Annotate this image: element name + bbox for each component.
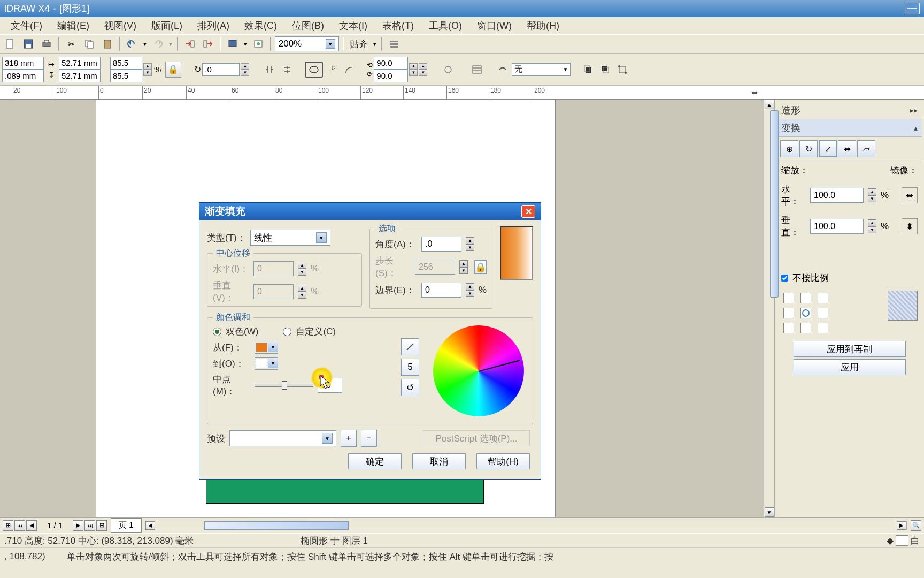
cut-button[interactable]: ✂ bbox=[63, 36, 79, 52]
convert-button[interactable] bbox=[614, 62, 630, 78]
mirror-v-button[interactable] bbox=[279, 62, 295, 78]
cancel-button[interactable]: 取消 bbox=[412, 453, 466, 469]
menu-layout[interactable]: 版面(L) bbox=[144, 17, 190, 34]
redo-dropdown-icon[interactable]: ▼ bbox=[168, 41, 173, 47]
help-button[interactable]: 帮助(H) bbox=[476, 453, 530, 469]
arc-button[interactable] bbox=[341, 62, 357, 78]
color-wheel[interactable] bbox=[433, 325, 524, 416]
minimize-button[interactable]: — bbox=[905, 3, 920, 14]
next-page-button[interactable]: ⏭ bbox=[84, 520, 95, 531]
width-input[interactable]: 52.71 mm bbox=[59, 57, 101, 70]
prev-button[interactable]: ◀ bbox=[26, 520, 37, 531]
end-angle-input[interactable]: 90.0 bbox=[374, 70, 408, 82]
save-button[interactable] bbox=[20, 36, 36, 52]
custom-radio[interactable] bbox=[283, 328, 291, 336]
menu-window[interactable]: 窗口(W) bbox=[469, 17, 519, 34]
size-tab[interactable]: ⬌ bbox=[838, 140, 856, 157]
edge-input[interactable] bbox=[421, 283, 461, 298]
menu-bitmap[interactable]: 位图(B) bbox=[284, 17, 332, 34]
arrow-right-icon[interactable]: ▶ bbox=[897, 521, 906, 530]
snap-label[interactable]: 贴齐 bbox=[348, 38, 370, 50]
rotation-input[interactable]: .0 bbox=[202, 63, 240, 76]
scale-tab[interactable]: ⤢ bbox=[819, 140, 837, 157]
ok-button[interactable]: 确定 bbox=[348, 453, 402, 469]
add-page-button[interactable]: ⊞ bbox=[96, 520, 107, 531]
expand-icon[interactable]: ▸▸ bbox=[910, 106, 918, 115]
pie-button[interactable] bbox=[324, 62, 340, 78]
direction-button[interactable] bbox=[440, 62, 456, 78]
height-input[interactable]: 52.71 mm bbox=[59, 70, 101, 82]
scale-y-input[interactable]: 85.5 bbox=[110, 70, 142, 82]
welcome-button[interactable] bbox=[250, 36, 266, 52]
wrap-text-button[interactable] bbox=[469, 62, 485, 78]
mirror-h-button[interactable] bbox=[262, 62, 278, 78]
outline-combo[interactable]: 无▼ bbox=[512, 63, 571, 76]
rotate-tab[interactable]: ↻ bbox=[799, 140, 818, 157]
lock-ratio-button[interactable]: 🔒 bbox=[165, 62, 181, 78]
vert-scale-input[interactable] bbox=[810, 219, 864, 234]
fill-swatch[interactable] bbox=[896, 535, 908, 546]
start-angle-input[interactable]: 90.0 bbox=[374, 57, 408, 70]
path-linear-button[interactable] bbox=[401, 338, 419, 355]
menu-effects[interactable]: 效果(C) bbox=[237, 17, 284, 34]
paste-button[interactable] bbox=[99, 36, 116, 52]
from-color-button[interactable]: ▼ bbox=[255, 341, 278, 354]
preset-remove-button[interactable]: − bbox=[361, 430, 377, 447]
app-launcher-button[interactable] bbox=[225, 36, 241, 52]
undo-button[interactable] bbox=[124, 36, 140, 52]
menu-arrange[interactable]: 排列(A) bbox=[190, 17, 237, 34]
ellipse-tool-button[interactable] bbox=[305, 62, 323, 78]
two-color-radio[interactable] bbox=[213, 328, 221, 336]
outline-width-button[interactable] bbox=[495, 62, 511, 78]
page-tab[interactable]: 页 1 bbox=[111, 518, 142, 533]
skew-tab[interactable]: ▱ bbox=[857, 140, 875, 157]
to-front-button[interactable] bbox=[580, 62, 596, 78]
dialog-titlebar[interactable]: 渐变填充 ✕ bbox=[199, 203, 541, 220]
horiz-scale-input[interactable] bbox=[810, 188, 864, 203]
canvas[interactable]: 渐变填充 ✕ 类型(T)： 线性 ▼ 中 bbox=[0, 100, 764, 517]
first-page-button[interactable]: ⊞ bbox=[3, 520, 13, 531]
mirror-v-button[interactable]: ⬍ bbox=[902, 218, 918, 234]
vertical-scrollbar[interactable]: ▲ ▼ bbox=[764, 100, 774, 517]
arrow-down-icon[interactable]: ▼ bbox=[765, 507, 774, 517]
path-cw-button[interactable]: 5 bbox=[401, 359, 419, 376]
import-button[interactable] bbox=[182, 36, 198, 52]
close-button[interactable]: ✕ bbox=[521, 205, 535, 218]
position-tab[interactable]: ⊕ bbox=[780, 140, 798, 157]
midpoint-slider[interactable] bbox=[255, 384, 313, 387]
menu-tools[interactable]: 工具(O) bbox=[421, 17, 469, 34]
export-button[interactable] bbox=[200, 36, 216, 52]
angle-input[interactable] bbox=[421, 237, 461, 252]
next-button[interactable]: ▶ bbox=[73, 520, 83, 531]
path-ccw-button[interactable]: ↺ bbox=[401, 379, 419, 396]
redo-button[interactable] bbox=[150, 36, 166, 52]
menu-file[interactable]: 文件(F) bbox=[3, 17, 50, 34]
menu-help[interactable]: 帮助(H) bbox=[519, 17, 567, 34]
apply-duplicate-button[interactable]: 应用到再制 bbox=[794, 341, 906, 357]
nonprop-checkbox[interactable] bbox=[781, 275, 788, 282]
undo-dropdown-icon[interactable]: ▼ bbox=[142, 41, 148, 47]
copy-button[interactable] bbox=[81, 36, 97, 52]
horizontal-scrollbar[interactable]: ◀ ▶ bbox=[145, 521, 907, 530]
apply-button[interactable]: 应用 bbox=[794, 359, 906, 375]
to-back-button[interactable] bbox=[597, 62, 613, 78]
zoom-combo[interactable]: 200% ▼ bbox=[275, 36, 339, 51]
menu-view[interactable]: 视图(V) bbox=[97, 17, 144, 34]
new-button[interactable] bbox=[2, 36, 18, 52]
type-combo[interactable]: 线性 ▼ bbox=[250, 230, 330, 246]
arrow-up-icon[interactable]: ▲ bbox=[765, 100, 774, 109]
arrow-left-icon[interactable]: ◀ bbox=[145, 521, 155, 530]
midpoint-input[interactable] bbox=[318, 378, 342, 393]
anchor-grid[interactable] bbox=[781, 291, 833, 336]
anchor-center[interactable] bbox=[800, 308, 811, 318]
menu-table[interactable]: 表格(T) bbox=[375, 17, 421, 34]
collapse-icon[interactable]: ▴ bbox=[914, 124, 918, 132]
x-pos-input[interactable]: 318 mm bbox=[2, 57, 44, 70]
options-button[interactable] bbox=[386, 36, 402, 52]
to-color-button[interactable]: ▼ bbox=[255, 357, 278, 370]
y-pos-input[interactable]: .089 mm bbox=[2, 70, 44, 82]
print-button[interactable] bbox=[38, 36, 55, 52]
menu-text[interactable]: 文本(I) bbox=[332, 17, 375, 34]
steps-lock-button[interactable]: 🔒 bbox=[474, 260, 487, 274]
zoom-icon[interactable]: 🔍 bbox=[911, 520, 921, 531]
